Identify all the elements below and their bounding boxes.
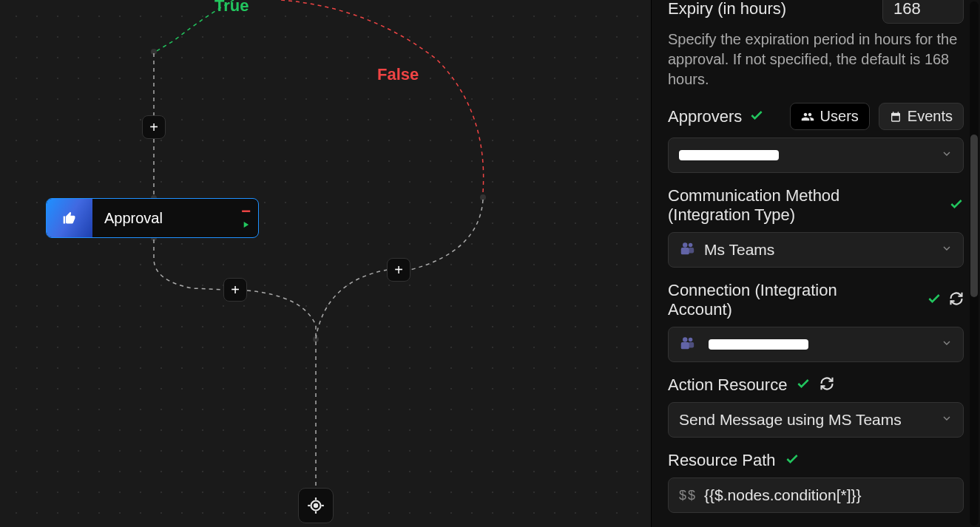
workflow-canvas[interactable]: True False + + + Approval − — [0, 0, 651, 527]
svg-rect-17 — [681, 342, 689, 349]
add-node-button[interactable]: + — [142, 115, 166, 139]
svg-rect-14 — [689, 248, 694, 253]
users-tab[interactable]: Users — [790, 103, 870, 130]
action-resource-select[interactable]: Send Message using MS Teams — [668, 402, 964, 438]
expiry-help: Specify the expiration period in hours f… — [668, 30, 964, 89]
run-node-button[interactable] — [240, 220, 251, 233]
redacted-value — [679, 150, 779, 160]
scrollbar-thumb[interactable] — [970, 135, 978, 297]
svg-rect-18 — [689, 342, 694, 347]
check-icon — [796, 376, 811, 394]
check-icon — [749, 108, 764, 126]
refresh-icon[interactable] — [949, 291, 964, 309]
svg-point-0 — [151, 49, 157, 55]
approvers-select[interactable] — [668, 137, 964, 173]
events-tab[interactable]: Events — [879, 103, 964, 130]
calendar-icon — [890, 111, 902, 123]
add-node-button[interactable]: + — [223, 278, 247, 302]
expiry-label: Expiry (in hours) — [668, 0, 786, 18]
resource-path-label: Resource Path — [668, 451, 776, 470]
expression-prefix: $$ — [679, 488, 697, 503]
target-node[interactable] — [298, 488, 334, 523]
check-icon — [785, 452, 800, 469]
check-icon — [949, 197, 964, 214]
chevron-down-icon — [941, 337, 953, 352]
connection-label: Connection (Integration Account) — [668, 281, 890, 319]
svg-point-15 — [689, 337, 693, 341]
svg-point-11 — [689, 242, 693, 247]
chevron-down-icon — [941, 148, 953, 163]
approval-node-label: Approval — [92, 210, 258, 227]
scrollbar[interactable] — [970, 1, 979, 526]
users-icon — [801, 110, 814, 123]
edge-label-true: True — [214, 0, 249, 16]
edge-label-false: False — [377, 65, 419, 84]
thumbs-up-icon — [47, 199, 92, 237]
edges-layer — [0, 0, 651, 527]
svg-rect-13 — [681, 248, 689, 254]
svg-point-4 — [480, 194, 486, 200]
chevron-down-icon — [941, 412, 953, 427]
resource-path-input[interactable]: $$ {{$.nodes.condition[*]}} — [668, 477, 964, 513]
svg-point-12 — [683, 242, 687, 247]
svg-point-3 — [313, 336, 319, 342]
teams-icon — [679, 240, 695, 260]
redacted-value — [709, 339, 808, 350]
expiry-input[interactable]: 168 — [882, 0, 964, 24]
remove-node-button[interactable]: − — [241, 203, 251, 220]
svg-point-16 — [683, 337, 687, 341]
comm-method-label: Communication Method (Integration Type) — [668, 186, 890, 225]
approval-node[interactable]: Approval − — [46, 198, 259, 238]
approvers-label: Approvers — [668, 107, 742, 126]
teams-icon — [679, 335, 695, 355]
add-node-button[interactable]: + — [387, 258, 410, 282]
svg-point-6 — [314, 504, 317, 507]
comm-method-select[interactable]: Ms Teams — [668, 232, 964, 268]
connection-select[interactable] — [668, 327, 964, 362]
action-resource-label: Action Resource — [668, 375, 787, 395]
check-icon — [927, 291, 942, 309]
chevron-down-icon — [941, 242, 953, 257]
refresh-icon[interactable] — [820, 376, 834, 394]
properties-panel: Expiry (in hours) 168 Specify the expira… — [651, 0, 980, 527]
